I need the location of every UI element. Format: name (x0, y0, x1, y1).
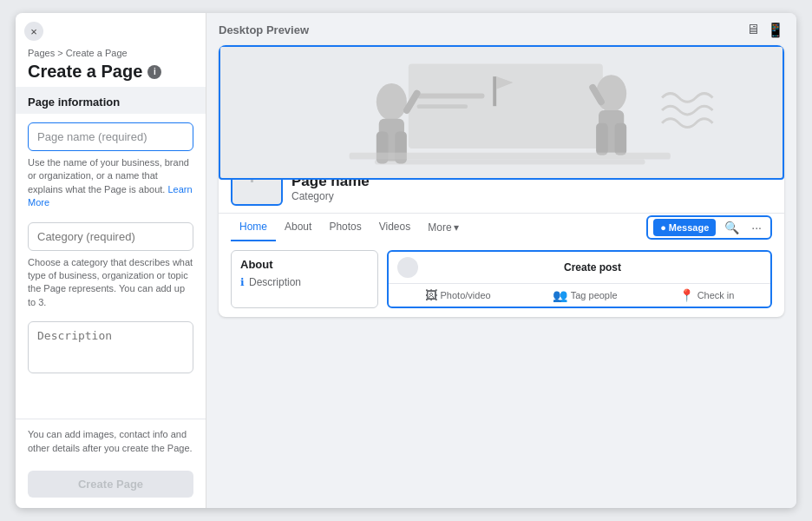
tag-people-icon: 👥 (553, 288, 567, 302)
cover-illustration (220, 47, 783, 178)
tab-home[interactable]: Home (231, 214, 276, 241)
form-area: Use the name of your business, brand or … (16, 114, 206, 419)
page-title-text: Create a Page (28, 62, 142, 82)
photo-video-label: Photo/video (441, 290, 491, 300)
svg-rect-8 (596, 123, 608, 155)
svg-rect-14 (493, 76, 496, 106)
preview-icons: 🖥 📱 (746, 22, 784, 38)
preview-label: Desktop Preview (219, 23, 309, 36)
main-window: × Pages > Create a Page Create a Page i … (16, 13, 796, 508)
preview-header: Desktop Preview 🖥 📱 (219, 22, 784, 38)
tab-videos[interactable]: Videos (370, 214, 419, 241)
svg-point-6 (596, 75, 626, 112)
cover-area (219, 45, 784, 180)
svg-point-2 (377, 83, 407, 121)
preview-card: Page name Category Home About Photos Vid… (219, 45, 784, 317)
tag-people-label: Tag people (571, 290, 618, 300)
about-desc-text: Description (249, 276, 301, 288)
left-panel: × Pages > Create a Page Create a Page i … (16, 13, 206, 508)
more-label: More (428, 221, 451, 234)
mobile-icon[interactable]: 📱 (767, 22, 784, 38)
check-in-label: Check in (697, 290, 735, 300)
create-post-box: Create post 🖼 Photo/video 👥 Tag people 📍 (387, 250, 772, 308)
search-button[interactable]: 🔍 (721, 219, 743, 236)
about-title: About (240, 258, 369, 271)
photo-video-action[interactable]: 🖼 Photo/video (425, 288, 491, 302)
about-description: ℹ Description (240, 276, 369, 288)
chevron-down-icon: ▾ (454, 221, 459, 234)
post-avatar (397, 257, 418, 278)
tab-about[interactable]: About (276, 214, 320, 241)
category-hint: Choose a category that describes what ty… (28, 256, 193, 310)
svg-rect-9 (615, 123, 627, 155)
svg-rect-17 (375, 160, 645, 165)
section-label: Page information (16, 87, 206, 114)
svg-rect-13 (417, 104, 468, 109)
breadcrumb: Pages > Create a Page (28, 48, 193, 58)
check-in-icon: 📍 (679, 288, 694, 302)
photo-video-icon: 🖼 (425, 288, 437, 302)
message-button[interactable]: ● Message (653, 219, 716, 236)
check-in-action[interactable]: 📍 Check in (679, 288, 735, 302)
tag-people-action[interactable]: 👥 Tag people (553, 288, 618, 302)
create-page-button[interactable]: Create Page (28, 471, 193, 498)
about-box: About ℹ Description (231, 250, 378, 308)
svg-rect-12 (417, 94, 485, 99)
category-input[interactable] (28, 222, 193, 251)
message-label: Message (669, 222, 709, 233)
tab-more[interactable]: More ▾ (419, 214, 467, 241)
description-input[interactable] (28, 321, 193, 373)
nav-tabs-row: Home About Photos Videos More ▾ ● Messag… (219, 213, 784, 241)
action-buttons: ● Message 🔍 ··· (646, 215, 772, 240)
content-area: About ℹ Description Create post 🖼 P (219, 241, 784, 317)
tab-photos[interactable]: Photos (320, 214, 370, 241)
right-panel: Desktop Preview 🖥 📱 (206, 13, 796, 508)
info-circle-icon: ℹ (240, 276, 245, 288)
bottom-note: You can add images, contact info and oth… (16, 419, 206, 464)
more-options-button[interactable]: ··· (748, 219, 765, 236)
create-post-actions: 🖼 Photo/video 👥 Tag people 📍 Check in (389, 284, 770, 307)
create-post-button[interactable]: Create post (423, 261, 762, 274)
desktop-icon[interactable]: 🖥 (746, 22, 760, 38)
close-button[interactable]: × (24, 22, 43, 41)
page-name-input[interactable] (28, 122, 193, 151)
svg-rect-16 (350, 153, 671, 160)
message-dot-icon: ● (660, 222, 666, 233)
info-icon[interactable]: i (147, 65, 161, 79)
page-name-hint: Use the name of your business, brand or … (28, 156, 193, 210)
left-header: Pages > Create a Page Create a Page i (16, 39, 206, 87)
preview-page-category: Category (291, 190, 370, 202)
nav-tabs: Home About Photos Videos More ▾ (231, 214, 468, 241)
page-title: Create a Page i (28, 62, 193, 82)
create-post-header: Create post (389, 252, 770, 284)
